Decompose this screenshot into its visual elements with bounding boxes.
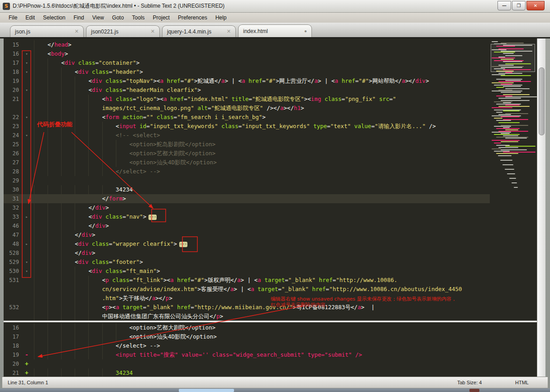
line-number[interactable]: 20 [4,359,22,368]
code-line-19[interactable]: 19<div class="topNav"><a href="#">鮀城通</a… [4,76,490,86]
folded-code-ellipsis-icon[interactable]: ··· [179,242,187,247]
line-number[interactable]: 532 [4,303,22,312]
code-line-19[interactable]: 19-<input title="搜索" value='' class="wid… [4,350,490,359]
code-line-33[interactable]: 33▸<div class="nav">··· [4,212,490,221]
tab-jquery-1.4.4.min.js[interactable]: jquery-1.4.4.min.js✕ [162,25,236,37]
fold-arrow-icon[interactable]: ▾ [22,113,32,122]
line-number[interactable] [4,312,22,320]
code-line-wrap[interactable]: .htm">关于移动</a></p> [4,294,490,303]
line-number[interactable]: 528 [4,249,22,258]
code-line-21[interactable]: 21<h1 class="logo"><a href="index.html" … [4,95,490,104]
line-number[interactable]: 25 [4,140,22,149]
line-number[interactable]: 29 [4,176,22,185]
menu-goto[interactable]: Goto [108,13,128,23]
fold-arrow-icon[interactable]: ▾ [22,86,32,95]
code-line-26[interactable]: 26<option>艺都大剧院</option> [4,149,490,158]
menu-edit[interactable]: Edit [21,13,39,23]
line-number[interactable]: 19 [4,76,22,86]
code-line-29[interactable]: 29 [4,176,490,185]
code-line-529[interactable]: 529▾<div class="footer"> [4,258,490,267]
code-line-31[interactable]: 31</form> [4,194,490,203]
fold-arrow-icon[interactable]: ▸ [22,239,32,249]
code-line-24[interactable]: 24▾<!-- <select> [4,131,490,140]
line-number[interactable]: 27 [4,158,22,167]
minimize-button[interactable]: — [497,1,511,10]
fold-arrow-icon[interactable]: ▾ [22,131,32,140]
line-number[interactable]: 18 [4,67,22,76]
code-line-530[interactable]: 530▾<div class="ft_main"> [4,267,490,276]
menu-project[interactable]: Project [149,13,174,23]
tab-json0221.js[interactable]: json0221.js✕ [86,25,160,37]
code-line-25[interactable]: 25<option>鮀岛影剧院</option> [4,140,490,149]
line-number[interactable]: 16 [4,49,22,58]
fold-arrow-icon[interactable]: ▾ [22,267,32,276]
code-line-22[interactable]: 22▾<form action="" class="fm_search i i_… [4,113,490,122]
code-line-46[interactable]: 46</div> [4,221,490,230]
minimap-viewport[interactable] [491,44,535,72]
line-number[interactable]: 529 [4,258,22,267]
line-number[interactable]: 17 [4,58,22,67]
unsaved-changes-panel[interactable]: 16<option>艺都大剧院</option>17<option>汕头4D影院… [4,322,537,377]
line-number[interactable]: 530 [4,267,22,276]
line-number[interactable]: 28 [4,167,22,176]
code-line-532[interactable]: 532<p><a target="_blank" href="http://ww… [4,303,490,312]
code-line-17[interactable]: 17▾<div class="container"> [4,58,490,67]
tab-close-icon[interactable]: ✕ [75,29,79,34]
fold-arrow-icon[interactable]: ▾ [22,67,32,76]
fold-arrow-icon[interactable]: ▾ [22,258,32,267]
tab-size-indicator[interactable]: Tab Size: 4 [457,380,482,385]
menu-tools[interactable]: Tools [128,13,149,23]
line-number[interactable]: 31 [4,194,22,203]
code-line-21[interactable]: 21+34234 [4,368,490,377]
maximize-button[interactable]: ❐ [512,1,526,10]
code-line-48[interactable]: 48▸<div class="wrapper clearfix">··· [4,239,490,249]
vertical-scrollbar[interactable] [537,38,545,377]
menu-file[interactable]: File [5,13,21,23]
tab-close-icon[interactable]: ✕ [151,29,155,34]
scrollbar-thumb[interactable] [539,67,545,135]
line-number[interactable]: 24 [4,131,22,140]
line-number[interactable]: 21 [4,95,22,104]
line-number[interactable]: 30 [4,185,22,194]
code-line-wrap[interactable]: images/tct_cinema_logo.png" alt="鮀城通电影院专… [4,104,490,113]
line-number[interactable]: 531 [4,276,22,285]
fold-arrow-icon[interactable]: ▾ [22,58,32,67]
code-line-18[interactable]: 18▾<div class="header"> [4,67,490,76]
code-line-28[interactable]: 28</select> --> [4,167,490,176]
code-line-17[interactable]: 17<option>汕头4D影院</option> [4,332,490,341]
menu-preferences[interactable]: Preferences [174,13,211,23]
line-number[interactable]: 33 [4,212,22,221]
line-number[interactable]: 47 [4,230,22,239]
line-number[interactable] [4,294,22,303]
code-line-20[interactable]: 20▾<div class="headerMain clearfix"> [4,86,490,95]
code-line-18[interactable]: 18</select> --> [4,341,490,350]
code-line-wrap[interactable]: 中国移动通信集团广东有限公司汕头分公司</p> [4,312,490,320]
fold-arrow-icon[interactable]: ▸ [22,212,32,221]
line-number[interactable]: 22 [4,113,22,122]
code-line-531[interactable]: 531<p class="ft_link"><a href="#">版权声明</… [4,276,490,285]
code-line-15[interactable]: 15</head> [4,40,490,49]
minimap[interactable] [490,38,537,320]
folded-code-ellipsis-icon[interactable]: ··· [148,215,157,220]
syntax-indicator[interactable]: HTML [515,380,529,385]
code-line-23[interactable]: 23<input id="input_txt_keywords" class="… [4,122,490,131]
line-number[interactable]: 18 [4,341,22,350]
code-line-wrap[interactable]: cn/service/advise/index.htm">客服受理</a> | … [4,285,490,294]
line-number[interactable]: 46 [4,221,22,230]
code-line-47[interactable]: 47</div> [4,230,490,239]
code-line-20[interactable]: 20+ [4,359,490,368]
code-line-27[interactable]: 27<option>汕头4D影院</option> [4,158,490,167]
fold-arrow-icon[interactable]: ▾ [22,49,32,58]
code-line-30[interactable]: 3034234 [4,185,490,194]
tab-index.html[interactable]: index.html● [238,24,312,37]
tab-json.js[interactable]: json.js✕ [10,25,84,37]
line-number[interactable]: 48 [4,239,22,249]
main-editor[interactable]: 15</head>16▾<body>17▾<div class="contain… [4,38,537,320]
code-line-32[interactable]: 32</div> [4,203,490,212]
tab-close-icon[interactable]: ✕ [227,29,231,34]
line-number[interactable]: 21 [4,368,22,377]
menu-help[interactable]: Help [211,13,231,23]
line-number[interactable]: 16 [4,323,22,332]
line-number[interactable]: 26 [4,149,22,158]
line-number[interactable]: 23 [4,122,22,131]
